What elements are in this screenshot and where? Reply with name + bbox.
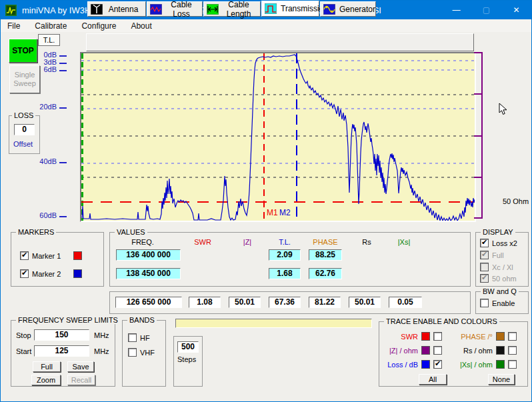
tab-cable-loss[interactable]: Cable Loss (147, 1, 203, 17)
trace-all-button[interactable]: All (419, 374, 447, 385)
trace-phase-swatch[interactable] (496, 332, 505, 341)
cursor-xs-value: 0.05 (389, 297, 422, 308)
display-loss-x2-checkbox[interactable] (480, 239, 489, 247)
values-header-z: |Z| (235, 238, 259, 246)
cursor-freq-value: 126 650 000 (115, 297, 182, 308)
values-header-phase: PHASE (311, 238, 340, 246)
tab-cable-length[interactable]: Cable Length (203, 1, 261, 17)
bwq-enable-checkbox[interactable] (480, 299, 489, 307)
band-hf-checkbox[interactable] (128, 333, 137, 342)
zoom-button[interactable]: Zoom (31, 375, 61, 385)
display-xc-xl-checkbox[interactable] (480, 263, 489, 271)
tab-antenna-label: Antenna (107, 5, 145, 14)
cable-length-icon (207, 4, 219, 15)
cursor-z-value: 50.01 (229, 297, 261, 308)
start-field[interactable]: 125 (34, 345, 89, 357)
chart-plot-area[interactable]: M1M2 (80, 52, 476, 222)
display-group: DISPLAY Loss x2 Full Xc / Xl 50 ohm (475, 232, 529, 287)
trace-swr-checkbox[interactable] (433, 332, 442, 341)
close-button[interactable]: ✕ (501, 1, 531, 19)
trace-loss-swatch[interactable] (421, 360, 430, 369)
scale-tick-40db (59, 162, 67, 163)
trace-phase-checkbox[interactable] (508, 332, 517, 341)
bands-group: BANDS HF VHF (122, 320, 166, 387)
trace-xs-row: |Xs| / ohm (451, 360, 525, 369)
trace-phase-label: PHASE /° (451, 333, 493, 341)
cursor-rs-value: 50.01 (349, 297, 381, 308)
marker1-tl-value: 2.09 (269, 249, 301, 261)
loss-group-title: LOSS (12, 111, 35, 119)
loss-group: LOSS 0 Offset (9, 115, 40, 154)
loss-offset-field[interactable]: 0 (14, 124, 35, 135)
scale-tick-0db (59, 55, 67, 57)
trace-xs-swatch[interactable] (496, 360, 505, 369)
display-50ohm-checkbox[interactable] (480, 274, 489, 283)
steps-field[interactable]: 500 (177, 341, 199, 353)
scale-label-20db: 20dB (35, 103, 57, 111)
trace-loss-row: Loss / dB (383, 360, 449, 369)
bwq-enable-row: Enable (480, 299, 515, 307)
values-header-rs: Rs (359, 238, 375, 246)
minimize-button[interactable]: — (441, 1, 471, 19)
tab-cable-loss-label: Cable Loss (166, 0, 202, 19)
marker2-label: Marker 2 (32, 270, 61, 278)
band-hf-row: HF (128, 333, 150, 342)
menu-bar: File Calibrate Configure About (1, 19, 531, 32)
display-loss-x2-label: Loss x2 (492, 239, 517, 247)
save-button[interactable]: Save (67, 361, 94, 372)
trace-swr-row: SWR (383, 332, 449, 341)
tab-transmission[interactable]: Transmission (261, 1, 319, 17)
stop-field[interactable]: 150 (34, 329, 89, 341)
trace-none-button[interactable]: None (488, 374, 515, 385)
cursor-tl-value: 67.36 (269, 297, 301, 308)
trace-z-checkbox[interactable] (433, 346, 442, 355)
recall-button[interactable]: Recall (67, 375, 95, 385)
app-window: miniVNA by IW3HEV & IW3IJZ - 2 Port - RS… (0, 0, 532, 402)
tab-generator[interactable]: Generator (320, 1, 376, 17)
tab-cable-length-label: Cable Length (223, 0, 260, 19)
marker2-checkbox[interactable] (20, 269, 29, 278)
stop-label: Stop (16, 331, 31, 339)
marker2-chart-label: M2 (279, 208, 291, 217)
trace-swr-swatch[interactable] (421, 332, 430, 341)
menu-file[interactable]: File (2, 21, 25, 31)
display-group-title: DISPLAY (481, 228, 515, 236)
trace-rs-swatch[interactable] (496, 346, 505, 355)
display-full-checkbox[interactable] (480, 251, 489, 259)
menu-calibrate[interactable]: Calibrate (29, 21, 72, 31)
ohm-axis-label: 50 Ohm (503, 197, 529, 205)
band-vhf-checkbox[interactable] (128, 348, 137, 357)
sweep-progress-bar (175, 319, 372, 328)
band-hf-label: HF (140, 334, 150, 342)
stop-unit-label: MHz (94, 331, 109, 339)
ohm-axis-tick (474, 93, 482, 95)
markers-group: MARKERS Marker 1 Marker 2 (11, 232, 104, 287)
marker1-row: Marker 1 (20, 251, 82, 260)
display-full-label: Full (492, 251, 504, 259)
maximize-button[interactable]: ▢ (471, 1, 501, 19)
stop-button[interactable]: STOP (9, 39, 37, 63)
cursor-phase-value: 81.22 (309, 297, 341, 308)
trace-xs-checkbox[interactable] (508, 360, 517, 369)
menu-configure[interactable]: Configure (76, 21, 121, 31)
marker1-checkbox[interactable] (20, 251, 29, 260)
trace-loss-checkbox[interactable] (433, 360, 442, 369)
tl-indicator: T.L. (38, 34, 60, 46)
marker2-phase-value: 62.76 (309, 268, 342, 279)
cable-loss-icon (150, 4, 162, 15)
marker1-color-swatch[interactable] (73, 251, 82, 260)
menu-about[interactable]: About (125, 21, 157, 31)
trace-rs-label: Rs / ohm (451, 347, 493, 355)
marker2-color-swatch[interactable] (73, 269, 82, 278)
ohm-axis-tick (474, 52, 482, 53)
ohm-axis-tick (474, 177, 482, 178)
scale-tick-60db (59, 216, 67, 217)
display-50ohm-label: 50 ohm (492, 275, 517, 283)
trace-rs-checkbox[interactable] (508, 346, 517, 355)
tab-antenna[interactable]: Antenna (87, 1, 146, 17)
trace-z-swatch[interactable] (421, 346, 430, 355)
trace-rs-row: Rs / ohm (451, 346, 525, 355)
trace-z-label: |Z| / ohm (383, 347, 418, 355)
full-button[interactable]: Full (33, 361, 61, 372)
marker2-freq-value: 138 450 000 (116, 268, 181, 279)
